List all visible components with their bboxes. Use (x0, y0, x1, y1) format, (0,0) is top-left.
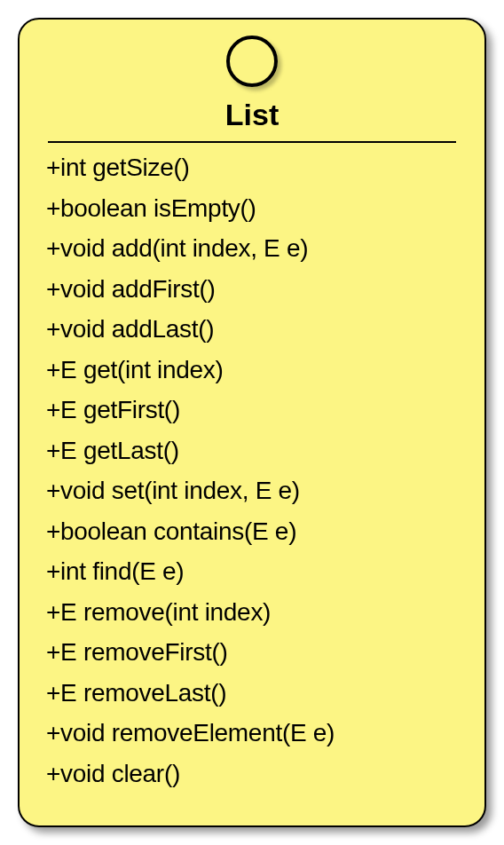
method-line: +E get(int index) (46, 358, 458, 383)
interface-name: List (225, 98, 279, 132)
interface-circle-icon (226, 36, 278, 87)
method-line: +void set(int index, E e) (46, 478, 458, 503)
method-line: +void removeElement(E e) (46, 721, 458, 746)
uml-methods-section: +int getSize() +boolean isEmpty() +void … (20, 143, 484, 802)
method-line: +int getSize() (46, 155, 458, 180)
method-line: +E removeLast() (46, 681, 458, 706)
uml-interface-box: List +int getSize() +boolean isEmpty() +… (18, 18, 486, 827)
uml-header: List (20, 20, 484, 141)
method-line: +E getLast() (46, 438, 458, 463)
method-line: +void addFirst() (46, 277, 458, 302)
method-line: +boolean isEmpty() (46, 196, 458, 221)
method-line: +boolean contains(E e) (46, 519, 458, 544)
method-line: +void add(int index, E e) (46, 236, 458, 261)
method-line: +E remove(int index) (46, 600, 458, 625)
method-line: +E getFirst() (46, 398, 458, 422)
method-line: +void clear() (46, 762, 458, 786)
method-line: +int find(E e) (46, 559, 458, 584)
method-line: +void addLast() (46, 317, 458, 342)
method-line: +E removeFirst() (46, 640, 458, 665)
